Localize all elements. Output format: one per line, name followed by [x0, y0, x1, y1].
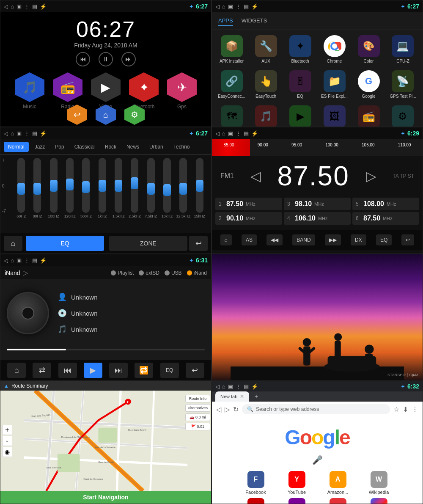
preset-1[interactable]: 1 87.50 MHz: [215, 198, 282, 210]
app-eq[interactable]: 🎚 EQ: [285, 69, 316, 100]
back-icon-p5[interactable]: ◁: [4, 257, 8, 264]
preset-3[interactable]: 3 98.10 MHz: [284, 198, 351, 210]
slider-15khz[interactable]: 1.5kHZ: [111, 158, 126, 218]
next-track-button[interactable]: ▶▶: [325, 234, 341, 245]
play-music-button[interactable]: ▶: [84, 363, 102, 378]
preset-4[interactable]: 4 106.10 MHz: [284, 212, 351, 225]
prev-track-button[interactable]: ◀◀: [266, 234, 283, 245]
zone-button[interactable]: ZONE: [109, 236, 187, 251]
recent-icon-p4[interactable]: ▣: [228, 130, 233, 137]
home-app-icon[interactable]: ⌂: [96, 105, 116, 125]
source-selector[interactable]: iNand ▷: [5, 269, 28, 277]
app-aux[interactable]: 🔧 AUX: [250, 33, 281, 65]
slider-80hz[interactable]: 80HZ: [30, 158, 44, 218]
chrome-tab-newtab[interactable]: New tab ✕: [215, 391, 249, 402]
recent-icon-p3[interactable]: ▣: [16, 130, 22, 137]
video-player-panel[interactable]: STARSHIP | G▶M: [212, 254, 423, 381]
slider-1khz[interactable]: 1kHZ: [95, 158, 110, 218]
app-igo[interactable]: 🗺 iGO Navigati...: [216, 104, 247, 127]
extsd-tab[interactable]: extSD: [139, 270, 159, 276]
app-esfile[interactable]: 📁 ES File Expl...: [319, 69, 350, 100]
eq-tab-urban[interactable]: Urban: [145, 142, 168, 152]
app-easyconnect[interactable]: 🔗 EasyConnec...: [216, 69, 247, 100]
eq-back-button[interactable]: ↩: [189, 236, 208, 251]
eq-home-button[interactable]: ⌂: [4, 236, 22, 251]
back-music-button[interactable]: ↩: [186, 363, 204, 378]
shuffle-button[interactable]: ⇄: [33, 363, 51, 378]
alternatives-button[interactable]: Alternatives: [185, 404, 210, 412]
overflow-menu-icon[interactable]: ⋮: [412, 405, 418, 413]
slider-120hz[interactable]: 120HZ: [63, 158, 77, 218]
home-icon-p2[interactable]: ⌂: [222, 3, 225, 10]
app-bluetooth[interactable]: ✦ Bluetooth: [285, 33, 316, 65]
band-button[interactable]: BAND: [292, 234, 315, 245]
home-icon-p5[interactable]: ⌂: [11, 257, 14, 264]
slider-500hz[interactable]: 500HZ: [79, 158, 93, 218]
recent-icon-p2[interactable]: ▣: [228, 3, 233, 10]
back-app-icon[interactable]: ↩: [67, 105, 87, 125]
eq-tab-jazz[interactable]: Jazz: [30, 142, 49, 152]
zoom-out-button[interactable]: -: [2, 436, 12, 446]
recent-icon-p8[interactable]: ▣: [228, 383, 233, 390]
slider-75khz[interactable]: 7.5kHZ: [144, 158, 158, 218]
download-icon[interactable]: ⬇: [403, 405, 408, 413]
freq-prev-button[interactable]: ◁: [250, 168, 261, 184]
eq-tab-normal[interactable]: Normal: [4, 142, 29, 152]
home-icon-p3[interactable]: ⌂: [11, 130, 14, 137]
shortcut-yahoo[interactable]: Y Yahoo: [278, 498, 316, 504]
back-icon-p2[interactable]: ◁: [215, 3, 220, 10]
shortcut-ebay[interactable]: E eBay: [319, 498, 357, 504]
usb-tab[interactable]: USB: [165, 270, 182, 276]
menu-icon-p2[interactable]: ⋮: [236, 3, 241, 10]
eq-radio-button[interactable]: EQ: [376, 234, 392, 245]
shortcut-youtube[interactable]: Y YouTube: [278, 471, 316, 495]
shortcut-facebook[interactable]: F Facebook: [237, 471, 275, 495]
app-playstore[interactable]: ▶ Play Store: [285, 104, 316, 127]
settings-app-icon[interactable]: ⚙: [124, 105, 145, 125]
eq-tab-techno[interactable]: Techno: [169, 142, 194, 152]
map-area[interactable]: Rue des Bourdis Boulevard de Sébastopol …: [0, 391, 211, 491]
dx-button[interactable]: DX: [351, 234, 366, 245]
tab-close-icon[interactable]: ✕: [240, 394, 244, 399]
slider-10khz[interactable]: 10kHZ: [160, 158, 174, 218]
shortcut-instagram[interactable]: I Instagram: [360, 498, 398, 504]
back-icon[interactable]: ◁: [4, 3, 8, 10]
freq-next-button[interactable]: ▷: [366, 168, 376, 184]
google-mic-icon[interactable]: 🎤: [312, 455, 323, 465]
inand-tab[interactable]: iNand: [187, 270, 207, 276]
pause-button[interactable]: ⏸: [99, 52, 113, 66]
eq-tab-classical[interactable]: Classical: [70, 142, 99, 152]
eq-button[interactable]: EQ: [26, 236, 104, 251]
next-button[interactable]: ⏭: [121, 52, 136, 66]
app-music[interactable]: 🎵 Music: [250, 104, 281, 127]
preset-6[interactable]: 6 87.50 MHz: [352, 212, 419, 225]
preset-2[interactable]: 2 90.10 MHz: [215, 212, 282, 225]
back-icon-p3[interactable]: ◁: [4, 130, 8, 137]
recent-icon-p5[interactable]: ▣: [16, 257, 22, 264]
new-tab-button[interactable]: +: [254, 393, 258, 400]
browser-back-button[interactable]: ◁: [216, 405, 221, 413]
home-icon[interactable]: ⌂: [11, 3, 14, 10]
menu-icon-p4[interactable]: ⋮: [236, 130, 241, 137]
app-easytouch[interactable]: 👆 EasyTouch: [250, 69, 281, 100]
as-button[interactable]: AS: [242, 234, 257, 245]
back-icon-p4[interactable]: ◁: [215, 130, 220, 137]
menu-icon-p8[interactable]: ⋮: [236, 383, 241, 390]
progress-bar[interactable]: [7, 349, 205, 350]
eq-tab-news[interactable]: News: [122, 142, 143, 152]
next-music-button[interactable]: ⏭: [109, 363, 128, 378]
menu-icon-p5[interactable]: ⋮: [24, 257, 30, 264]
home-icon-p4[interactable]: ⌂: [222, 130, 225, 137]
route-info-button[interactable]: Route Info: [185, 395, 210, 402]
app-chrome[interactable]: Chrome: [319, 33, 350, 65]
slider-15khz2[interactable]: 15kHZ: [192, 158, 207, 218]
apps-tab[interactable]: APPS: [218, 16, 233, 26]
eq-tab-pop[interactable]: Pop: [51, 142, 68, 152]
bookmark-icon[interactable]: ☆: [393, 405, 399, 413]
slider-60hz[interactable]: 60HZ: [14, 158, 28, 218]
shortcut-amazon[interactable]: A Amazon...: [319, 471, 357, 495]
menu-icon-p3[interactable]: ⋮: [24, 130, 30, 137]
slider-125khz[interactable]: 12.5kHZ: [176, 158, 190, 218]
preset-5[interactable]: 5 108.00 MHz: [352, 198, 419, 210]
back-icon-p8[interactable]: ◁: [215, 383, 220, 390]
